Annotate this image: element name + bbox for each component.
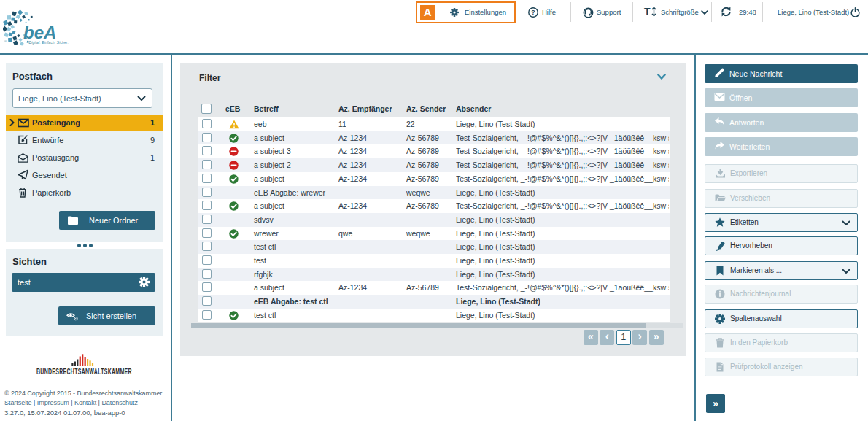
svg-text:Digital. Einfach. Sicher.: Digital. Einfach. Sicher. [29,41,69,45]
svg-text:beA: beA [23,23,56,42]
svg-text:?: ? [531,9,535,16]
svg-text:®: ® [4,39,7,43]
